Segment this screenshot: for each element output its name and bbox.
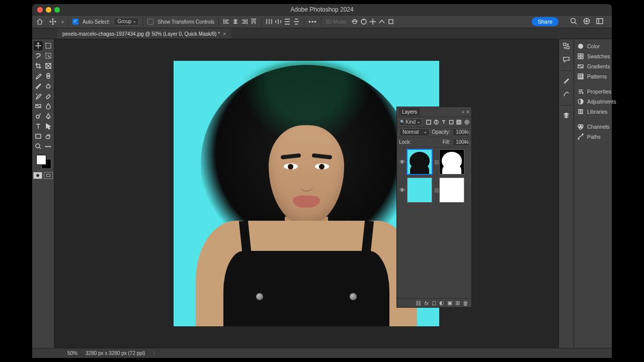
add-mask-icon[interactable]: ◻	[432, 300, 436, 306]
path-selection-tool[interactable]	[44, 122, 53, 131]
filter-type-icon[interactable]	[441, 120, 446, 125]
eyedropper-tool[interactable]	[34, 71, 43, 80]
object-selection-tool[interactable]	[44, 51, 53, 60]
canvas-area[interactable]: Layers » ≡ Kind	[54, 39, 558, 348]
distribute-v-icon[interactable]	[284, 18, 291, 25]
visibility-eye-icon[interactable]: 👁	[399, 187, 405, 193]
workspace-switcher-icon[interactable]	[596, 17, 604, 26]
cloud-docs-icon[interactable]	[583, 17, 591, 26]
layer-row[interactable]: 👁 ⛓	[399, 177, 469, 203]
frame-tool[interactable]	[44, 61, 53, 70]
mask-link-icon[interactable]: ⛓	[434, 188, 437, 193]
lasso-tool[interactable]	[34, 51, 43, 60]
history-brush-tool[interactable]	[34, 92, 43, 101]
visibility-eye-icon[interactable]: 👁	[399, 159, 405, 165]
new-layer-icon[interactable]: ⊞	[455, 300, 460, 306]
dodge-tool[interactable]	[34, 112, 43, 121]
close-tab-icon[interactable]: ×	[223, 31, 226, 37]
type-tool[interactable]	[34, 122, 43, 131]
blur-tool[interactable]	[44, 102, 53, 111]
clone-stamp-tool[interactable]	[44, 81, 53, 90]
svg-rect-23	[564, 43, 566, 46]
patterns-panel-shortcut[interactable]: Patterns	[574, 71, 612, 81]
paths-panel-shortcut[interactable]: Paths	[574, 132, 612, 142]
layer-row[interactable]: 👁 ⛓	[399, 149, 469, 174]
align-top-icon[interactable]	[250, 18, 257, 25]
standard-mode-button[interactable]	[33, 172, 42, 179]
layer-thumbnail[interactable]	[407, 149, 432, 174]
auto-select-checkbox[interactable]	[72, 19, 78, 25]
rectangular-marquee-tool[interactable]	[44, 41, 53, 50]
libraries-panel-shortcut[interactable]: Libraries	[574, 107, 612, 117]
top-right-controls	[562, 17, 609, 26]
show-transform-checkbox[interactable]	[147, 19, 153, 25]
history-panel-icon[interactable]	[562, 42, 570, 51]
distribute-v2-icon[interactable]	[293, 18, 300, 25]
channels-panel-shortcut[interactable]: Channels	[574, 122, 612, 132]
more-options-icon[interactable]: •••	[308, 18, 317, 26]
filter-adjust-icon[interactable]	[434, 120, 439, 125]
filter-shape-icon[interactable]	[449, 120, 454, 125]
spot-healing-tool[interactable]	[44, 71, 53, 80]
trash-icon[interactable]: 🗑	[463, 300, 468, 306]
align-hcenter-icon[interactable]	[232, 18, 239, 25]
distribute-h2-icon[interactable]	[275, 18, 282, 25]
eraser-tool[interactable]	[44, 92, 53, 101]
search-icon[interactable]	[570, 17, 578, 26]
filter-pixel-icon[interactable]	[426, 120, 431, 125]
move-tool-indicator-icon[interactable]	[48, 17, 57, 26]
hand-tool[interactable]	[44, 132, 53, 141]
home-button[interactable]	[35, 17, 44, 26]
layer-mask-thumbnail[interactable]	[439, 177, 464, 203]
adjustment-layer-icon[interactable]: ◐	[439, 300, 444, 306]
zoom-tool[interactable]	[34, 142, 43, 151]
gradient-tool[interactable]	[34, 102, 43, 111]
svg-rect-18	[457, 120, 461, 124]
link-layers-icon[interactable]: ⛓	[416, 300, 421, 306]
crop-tool[interactable]	[34, 61, 43, 70]
svg-point-3	[571, 19, 576, 23]
layers-panel-icon[interactable]	[562, 112, 570, 120]
layer-mask-thumbnail[interactable]	[439, 149, 464, 174]
comments-panel-icon[interactable]	[562, 56, 570, 64]
quick-mask-mode-button[interactable]	[44, 172, 53, 179]
distribute-h-icon[interactable]	[266, 18, 273, 25]
gradients-panel-shortcut[interactable]: Gradients	[574, 61, 612, 71]
auto-select-target-dropdown[interactable]: Group	[114, 18, 139, 26]
fill-input[interactable]: 100%	[452, 138, 469, 146]
color-panel-shortcut[interactable]: Color	[574, 41, 612, 51]
group-icon[interactable]: ▣	[447, 300, 452, 306]
filter-smart-icon[interactable]	[456, 120, 461, 125]
panel-menu-icon[interactable]: ≡	[466, 109, 469, 115]
rectangle-shape-tool[interactable]	[34, 132, 43, 141]
mask-link-icon[interactable]: ⛓	[434, 159, 437, 165]
fx-icon[interactable]: fx	[424, 300, 429, 306]
swatches-panel-shortcut[interactable]: Swatches	[574, 51, 612, 61]
layer-thumbnail[interactable]	[407, 177, 432, 203]
filter-toggle[interactable]	[464, 120, 469, 125]
adjustments-panel-shortcut[interactable]: Adjustments	[574, 97, 612, 107]
align-left-icon[interactable]	[223, 18, 230, 25]
brush-tool[interactable]	[34, 81, 43, 90]
svg-point-37	[578, 138, 579, 139]
clothing-top	[223, 251, 389, 326]
foreground-color-swatch[interactable]	[36, 155, 46, 165]
collapse-panel-icon[interactable]: »	[462, 109, 465, 115]
layers-tab[interactable]: Layers	[399, 108, 420, 116]
pen-tool[interactable]	[44, 112, 53, 121]
properties-panel-shortcut[interactable]: Properties	[574, 86, 612, 97]
document-tab[interactable]: pexels-marcelo-chagas-1937434.jpg @ 50% …	[57, 29, 231, 39]
zoom-level[interactable]: 50%	[67, 350, 77, 356]
edit-toolbar-icon[interactable]: •••	[44, 142, 53, 151]
status-info-flyout-icon[interactable]: 〉	[153, 350, 158, 357]
opacity-input[interactable]: 100%	[452, 128, 469, 136]
move-tool[interactable]	[34, 41, 43, 50]
align-right-icon[interactable]	[241, 18, 248, 25]
brush-settings-icon[interactable]	[562, 77, 570, 85]
filter-kind-dropdown[interactable]: Kind	[399, 119, 422, 126]
brushes-panel-icon[interactable]	[562, 90, 570, 99]
share-button[interactable]: Share	[532, 17, 558, 26]
document-info[interactable]: 3280 px x 3280 px (72 ppi)	[86, 350, 145, 356]
color-swatches[interactable]	[35, 155, 51, 169]
blend-mode-dropdown[interactable]: Normal	[399, 128, 430, 136]
